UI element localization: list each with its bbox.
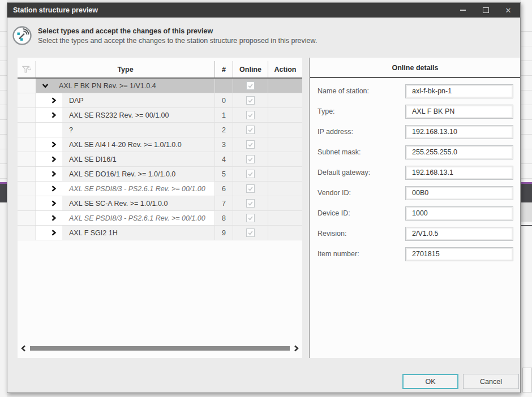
- field-label: Vendor ID:: [318, 189, 351, 197]
- filter-header-cell[interactable]: [18, 61, 36, 77]
- field-input[interactable]: 192.168.13.10: [405, 125, 513, 139]
- dialog-header: Select types and accept the changes of t…: [7, 18, 520, 54]
- row-filter-cell: [18, 226, 36, 240]
- field-label: Default gateway:: [318, 169, 370, 176]
- expand-chevron-icon[interactable]: [52, 171, 56, 177]
- column-header-type[interactable]: Type: [36, 61, 214, 77]
- field-input[interactable]: 2/V1.0.5: [405, 227, 513, 241]
- station-table-panel: Type # Online Action AXL F BK PN Rev. >=…: [18, 58, 302, 358]
- expand-chevron-icon[interactable]: [52, 215, 56, 221]
- row-number-cell: 3: [214, 137, 233, 152]
- row-type-label: DAP: [62, 93, 214, 107]
- row-number-cell: 8: [214, 211, 233, 226]
- details-field: Vendor ID: 00B0: [318, 183, 517, 203]
- maximize-button[interactable]: [482, 6, 490, 14]
- expand-chevron-icon[interactable]: [52, 230, 56, 236]
- table-row[interactable]: AXL SE DI16/1 4: [18, 152, 302, 167]
- row-type-cell: DAP: [36, 93, 214, 108]
- expand-chevron-icon[interactable]: [52, 185, 56, 192]
- table-row[interactable]: AXL SE PSDI8/3 - PS2.6.1 Rev. >= 00/1.00…: [18, 211, 302, 226]
- row-number-cell: 0: [214, 93, 233, 108]
- row-filter-cell: [18, 211, 36, 226]
- expand-chevron-icon[interactable]: [52, 97, 56, 103]
- online-checkbox[interactable]: [246, 140, 255, 149]
- expand-chevron-icon[interactable]: [52, 156, 56, 162]
- row-type-label: AXL F BK PN Rev. >= 1/V1.0.4: [52, 79, 214, 93]
- details-fields: Name of station: axl-f-bk-pn-1 Type: AXL…: [310, 78, 520, 264]
- row-number-cell: 1: [214, 108, 233, 123]
- expand-chevron-icon[interactable]: [52, 200, 56, 206]
- online-checkbox[interactable]: [246, 111, 255, 119]
- field-input[interactable]: AXL F BK PN: [405, 105, 513, 119]
- field-input[interactable]: axl-f-bk-pn-1: [405, 84, 513, 98]
- table-row[interactable]: AXL SE RS232 Rev. >= 00/1.00 1: [18, 108, 302, 123]
- column-header-online[interactable]: Online: [233, 61, 268, 77]
- row-action-cell: [268, 211, 302, 226]
- row-type-cell: AXL SE RS232 Rev. >= 00/1.00: [36, 108, 214, 123]
- scroll-left-icon[interactable]: [21, 345, 26, 352]
- field-label: Device ID:: [318, 209, 350, 217]
- header-text: Select types and accept the changes of t…: [38, 27, 317, 45]
- table-row[interactable]: AXL SE PSDI8/3 - PS2.6.1 Rev. >= 00/1.00…: [18, 182, 302, 196]
- online-checkbox[interactable]: [246, 81, 255, 90]
- horizontal-scrollbar[interactable]: [21, 343, 299, 353]
- table-row[interactable]: AXL SE AI4 I 4-20 Rev. >= 1.0/1.0.0 3: [18, 137, 302, 152]
- row-type-cell: AXL F SGI2 1H: [36, 226, 214, 240]
- scrollbar-track[interactable]: [30, 346, 290, 351]
- close-button[interactable]: ✕: [504, 6, 512, 14]
- field-input[interactable]: 2701815: [405, 247, 513, 261]
- table-row[interactable]: AXL F BK PN Rev. >= 1/V1.0.4: [18, 79, 302, 93]
- details-field: Default gateway: 192.168.13.1: [318, 162, 517, 183]
- table-row[interactable]: ? 2: [18, 123, 302, 137]
- background-selected-row: [0, 182, 7, 202]
- row-chevron-cell: [45, 226, 62, 240]
- scrollbar-thumb[interactable]: [30, 346, 290, 351]
- online-checkbox[interactable]: [246, 228, 255, 237]
- row-indent: [36, 167, 45, 181]
- column-header-action[interactable]: Action: [268, 61, 302, 77]
- online-checkbox[interactable]: [246, 214, 255, 222]
- field-input[interactable]: 192.168.13.1: [405, 166, 513, 180]
- panel-divider: [309, 58, 310, 358]
- details-title: Online details: [310, 58, 520, 78]
- field-input[interactable]: 255.255.255.0: [405, 145, 513, 159]
- online-checkbox[interactable]: [246, 199, 255, 208]
- cancel-button[interactable]: Cancel: [463, 374, 519, 389]
- expand-chevron-icon[interactable]: [43, 83, 48, 89]
- scroll-right-icon[interactable]: [294, 345, 299, 352]
- expand-chevron-icon[interactable]: [52, 141, 56, 148]
- column-header-number[interactable]: #: [214, 61, 233, 77]
- row-chevron-cell: [45, 167, 62, 181]
- field-input[interactable]: 1000: [405, 206, 513, 221]
- expand-chevron-icon[interactable]: [52, 112, 56, 118]
- ok-button[interactable]: OK: [402, 374, 458, 389]
- field-label: Item number:: [318, 250, 359, 258]
- table-row[interactable]: AXL SE DO16/1 Rev. >= 1.0/1.0.0 5: [18, 167, 302, 182]
- field-label: Name of station:: [318, 87, 369, 95]
- screen: Station structure preview ✕ Select t: [0, 0, 532, 397]
- table-row[interactable]: AXL SE SC-A Rev. >= 1.0/1.0.0 7: [18, 196, 302, 211]
- table-header-row: Type # Online Action: [18, 61, 302, 79]
- field-input[interactable]: 00B0: [405, 186, 513, 200]
- online-checkbox[interactable]: [246, 155, 255, 163]
- title-bar[interactable]: Station structure preview ✕: [7, 3, 520, 18]
- minimize-button[interactable]: [459, 6, 467, 14]
- online-checkbox[interactable]: [246, 96, 255, 105]
- online-checkbox[interactable]: [246, 126, 255, 134]
- maximize-icon: [483, 7, 489, 13]
- row-filter-cell: [18, 108, 36, 123]
- row-chevron-cell: [45, 182, 62, 196]
- row-type-label: AXL SE RS232 Rev. >= 00/1.00: [62, 108, 214, 122]
- row-indent: [36, 196, 45, 210]
- header-title: Select types and accept the changes of t…: [38, 27, 317, 35]
- table-row[interactable]: AXL F SGI2 1H 9: [18, 226, 302, 240]
- table-row[interactable]: DAP 0: [18, 93, 302, 108]
- row-action-cell: [268, 182, 302, 196]
- background-button-edge: [522, 368, 532, 392]
- row-type-label: AXL SE PSDI8/3 - PS2.6.1 Rev. >= 00/1.00: [62, 182, 214, 196]
- details-field: Device ID: 1000: [318, 203, 517, 223]
- online-checkbox[interactable]: [246, 170, 255, 178]
- details-field: Subnet mask: 255.255.255.0: [318, 142, 517, 162]
- online-checkbox[interactable]: [246, 184, 255, 193]
- row-type-label: AXL SE PSDI8/3 - PS2.6.1 Rev. >= 00/1.00: [62, 211, 214, 225]
